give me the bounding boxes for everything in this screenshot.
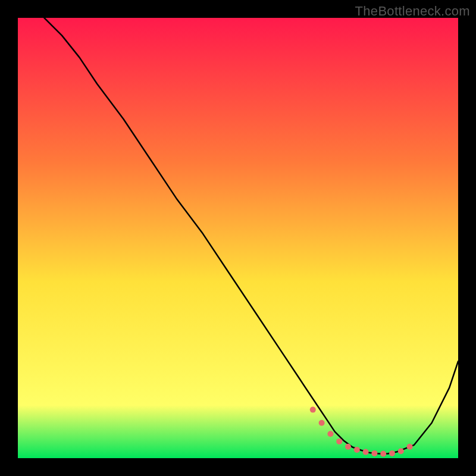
- plot-background: [18, 18, 458, 458]
- marker-dot: [327, 431, 333, 437]
- marker-dot: [319, 420, 325, 426]
- marker-dot: [363, 449, 369, 455]
- marker-dot: [380, 451, 386, 457]
- margin-left: [0, 0, 18, 476]
- bottleneck-chart: TheBottleneck.com: [0, 0, 476, 476]
- chart-svg: [0, 0, 476, 476]
- marker-dot: [336, 439, 342, 444]
- watermark-text: TheBottleneck.com: [355, 4, 470, 19]
- marker-dot: [407, 444, 413, 450]
- margin-right: [458, 0, 476, 476]
- margin-bottom: [0, 458, 476, 476]
- marker-dot: [310, 407, 316, 413]
- marker-dot: [345, 444, 351, 450]
- marker-dot: [389, 450, 395, 456]
- marker-dot: [371, 450, 377, 456]
- marker-dot: [354, 447, 360, 453]
- marker-dot: [398, 448, 404, 454]
